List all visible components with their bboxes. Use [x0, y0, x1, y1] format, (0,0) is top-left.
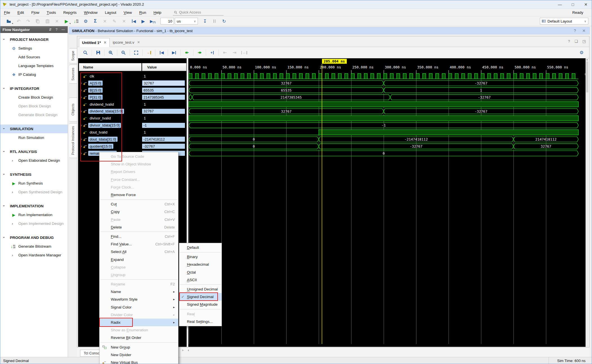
- sidebar-section-synthesis[interactable]: ›SYNTHESIS: [0, 170, 68, 179]
- sidebar-item-open-elaborated-design[interactable]: ›Open Elaborated Design: [0, 156, 68, 165]
- next-marker-button[interactable]: ▶: [170, 49, 178, 57]
- zoom-out-button[interactable]: [119, 49, 128, 57]
- menu-item-collapse[interactable]: Collapse: [100, 263, 178, 271]
- sidebar-item-generate-block-design[interactable]: Generate Block Design: [0, 110, 68, 119]
- menu-item-ungroup[interactable]: Ungroup: [100, 271, 178, 279]
- signal-row-divisor-tvalid[interactable]: divisor_tvalid: [79, 115, 142, 122]
- previous-transition-button[interactable]: ↞: [183, 49, 191, 57]
- run-for-time-button[interactable]: ▶(T): [149, 17, 157, 25]
- minimize-panel-icon[interactable]: —: [61, 28, 65, 32]
- sidebar-item-open-synthesized-design[interactable]: ›Open Synthesized Design: [0, 188, 68, 196]
- sidebar-item-ip-catalog[interactable]: ❖IP Catalog: [0, 70, 68, 79]
- tab-sources[interactable]: Sources: [69, 65, 77, 84]
- sidebar-item-open-hardware-manager[interactable]: ›Open Hardware Manager: [0, 251, 68, 259]
- tab-objects[interactable]: Objects: [69, 97, 77, 122]
- run-time-input[interactable]: [160, 18, 174, 25]
- menu-item-rename[interactable]: RenameF2: [100, 280, 178, 288]
- waveform-settings-button[interactable]: ⚙: [577, 49, 586, 57]
- expand-icon[interactable]: ›: [79, 123, 83, 127]
- menu-item-cut[interactable]: CutCtrl+X: [100, 200, 178, 208]
- menu-item-expand[interactable]: Expand: [100, 256, 178, 263]
- menu-item-new-divider[interactable]: New Divider: [100, 351, 178, 359]
- close-panel-icon[interactable]: ✕: [582, 28, 586, 33]
- quick-access-search[interactable]: Quick Access: [173, 9, 224, 15]
- menu-item-remove-force[interactable]: Remove Force: [100, 191, 178, 199]
- menu-item-hexadecimal[interactable]: Hexadecimal: [179, 261, 222, 268]
- add-marker-button[interactable]: +: [208, 49, 217, 57]
- close-button[interactable]: ✕: [579, 0, 592, 8]
- signal-row-p-31-0[interactable]: ›P[31:0]: [79, 94, 142, 101]
- sidebar-item-run-implementation[interactable]: ▶Run Implementation: [0, 210, 68, 219]
- waveform-canvas[interactable]: 0.000 ns50.000 ns100.000 ns150.000 ns200…: [188, 58, 586, 347]
- sidebar-item-language-templates[interactable]: Language Templates: [0, 61, 68, 70]
- menu-item-waveform-style[interactable]: Waveform Style▸: [100, 296, 178, 303]
- report-button[interactable]: Σ: [91, 17, 100, 25]
- signal-row-divisor-tdata-15-0[interactable]: ›divisor_tdata[15:0]: [79, 122, 142, 129]
- previous-marker-button[interactable]: ◀: [157, 49, 166, 57]
- layout-select[interactable]: Default Layout∨: [540, 18, 588, 25]
- menu-item-octal[interactable]: Octal: [179, 268, 222, 276]
- relaunch-button[interactable]: ↻: [220, 17, 228, 25]
- scroll-right-icon[interactable]: ›: [182, 348, 183, 352]
- expand-icon[interactable]: ›: [79, 151, 83, 155]
- search-button[interactable]: [81, 49, 90, 57]
- sidebar-item-run-simulation[interactable]: Run Simulation: [0, 133, 68, 142]
- scroll-left-icon[interactable]: ‹: [188, 348, 189, 352]
- menu-item-real[interactable]: Real: [179, 310, 222, 318]
- close-tab-icon[interactable]: ✕: [137, 40, 140, 44]
- menu-item-new-virtual-bus[interactable]: New Virtual Bus: [100, 359, 178, 364]
- menu-item-signed-decimal[interactable]: ✓Signed Decimal: [179, 293, 222, 301]
- name-column-header[interactable]: Name: [79, 63, 142, 71]
- menu-item-show-in-object-window[interactable]: Show in Object Window: [100, 160, 178, 168]
- restart-simulation-button[interactable]: ◀: [129, 17, 138, 25]
- scrollbar-thumb[interactable]: [586, 61, 588, 92]
- menu-item-force-clock[interactable]: Force Clock...: [100, 183, 178, 191]
- expand-icon[interactable]: ›: [79, 109, 83, 113]
- open-recent-button[interactable]: [5, 17, 13, 25]
- menu-item-default[interactable]: Default: [179, 244, 222, 251]
- collapse-all-icon[interactable]: ⇵: [49, 28, 52, 32]
- tab-scope[interactable]: Scope: [69, 48, 77, 63]
- menu-item-copy[interactable]: CopyCtrl+C: [100, 208, 178, 216]
- menu-item-signed-magnitude[interactable]: Signed Magnitude: [179, 301, 222, 308]
- scroll-up-icon[interactable]: ▲: [586, 58, 588, 61]
- expand-icon[interactable]: ›: [79, 144, 83, 148]
- menu-item-binary[interactable]: Binary: [179, 253, 222, 261]
- menu-run[interactable]: Run: [136, 9, 150, 16]
- maximize-window-icon[interactable]: ◳: [582, 39, 586, 43]
- menu-item-real-settings[interactable]: Real Settings...: [179, 318, 222, 325]
- sidebar-section-project-manager[interactable]: ›PROJECT MANAGER: [0, 35, 68, 44]
- value-column-header[interactable]: Value: [142, 63, 186, 71]
- menu-item-radix[interactable]: Radix▸: [100, 319, 178, 326]
- tab-ipcore-test-v[interactable]: ipcore_test.v✕: [110, 38, 143, 47]
- validate-button[interactable]: ✕: [101, 17, 109, 25]
- menu-flow[interactable]: Flow: [28, 9, 43, 16]
- generate-bitstream-button[interactable]: ↓0110: [72, 17, 80, 25]
- signal-row-dout-tvalid[interactable]: dout_tvalid: [79, 129, 142, 136]
- menu-item-show-as-enumeration[interactable]: Show as Enumeration: [100, 326, 178, 334]
- menu-item-reverse-bit-order[interactable]: Reverse Bit Order: [100, 334, 178, 341]
- settings-button[interactable]: ⚙: [81, 17, 90, 25]
- edit-button[interactable]: ✎: [110, 17, 119, 25]
- menu-view[interactable]: View: [120, 9, 135, 16]
- menu-window[interactable]: Window: [80, 9, 101, 16]
- cut-button[interactable]: ✕: [120, 17, 128, 25]
- redo-button[interactable]: ↷: [24, 17, 32, 25]
- go-to-time-button[interactable]: →: [145, 49, 153, 57]
- tab-protocol-instances[interactable]: Protocol Instances: [69, 123, 77, 158]
- signal-row-dividend-tvalid[interactable]: dividend_tvalid: [79, 101, 142, 108]
- minimize-button[interactable]: —: [553, 0, 566, 8]
- signal-row-dout-tdata-31-0[interactable]: ›dout_tdata[31:0]: [79, 136, 142, 143]
- delete-button[interactable]: ✕: [53, 17, 61, 25]
- sidebar-section-implementation[interactable]: ›IMPLEMENTATION: [0, 202, 68, 210]
- menu-item-paste[interactable]: PasteCtrl+V: [100, 216, 178, 223]
- sidebar-section-rtl-analysis[interactable]: ›RTL ANALYSIS: [0, 147, 68, 156]
- step-button[interactable]: ↧: [201, 17, 209, 25]
- menu-layout[interactable]: Layout: [101, 9, 120, 16]
- sidebar-item-settings[interactable]: ⚙Settings: [0, 44, 68, 53]
- signal-row-b-15-0[interactable]: ›B[15:0]: [79, 87, 142, 94]
- menu-item-go-to-source-code[interactable]: Go To Source Code: [100, 153, 178, 160]
- copy-button[interactable]: [34, 17, 42, 25]
- save-button[interactable]: [94, 49, 102, 57]
- menu-item-report-drivers[interactable]: Report Drivers: [100, 168, 178, 176]
